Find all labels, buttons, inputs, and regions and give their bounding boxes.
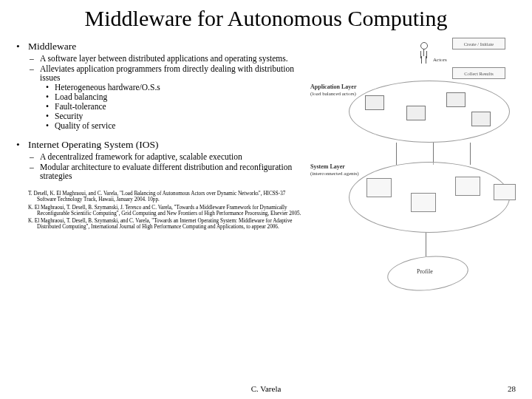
references-block: T. Desell, K. El Maghraoui, and C. Varel… (15, 191, 301, 231)
reference: K. El Maghraoui, T. Desell, B. Szymanski… (28, 205, 301, 217)
reference: T. Desell, K. El Maghraoui, and C. Varel… (28, 191, 301, 203)
bullet-item: A decentralized framework for adaptive, … (15, 152, 301, 161)
sub-bullet: Security (15, 112, 301, 120)
slide-title: Middleware for Autonomous Computing (15, 6, 517, 30)
sub-bullet: Load balancing (15, 92, 301, 101)
bullet-item: Modular architecture to evaluate differe… (15, 163, 301, 180)
computer-icon (471, 112, 491, 126)
section-heading: Internet Operating System (IOS) (28, 139, 159, 150)
sub-bullet: Fault-tolerance (15, 102, 301, 111)
reference: K. El Maghraoui, T. Desell, B. Szymanski… (28, 218, 301, 231)
agent-node (455, 177, 480, 196)
actors-label: Actors (433, 57, 447, 63)
computer-icon (406, 106, 426, 120)
application-layer-label: Application Layer (310, 83, 356, 90)
computer-icon (365, 95, 384, 110)
agent-node (494, 184, 516, 200)
sub-bullet: Heterogeneous hardware/O.S.s (15, 83, 301, 92)
link-line (396, 143, 397, 165)
bullet-item: A software layer between distributed app… (15, 54, 301, 63)
agent-node (411, 193, 436, 212)
section-ios: Internet Operating System (IOS) (15, 139, 301, 151)
section-middleware: Middleware (15, 41, 301, 52)
system-layer-sublabel: (interconnected agents) (310, 171, 359, 177)
link-line (470, 143, 471, 165)
bullet-item: Alleviates application programmers from … (15, 64, 301, 82)
profile-label: Profile (417, 268, 433, 275)
application-layer-sublabel: (load balanced actors) (310, 91, 356, 97)
content-left: Middleware A software layer between dist… (15, 38, 301, 311)
create-initiate-box: Create / Initiate (452, 38, 505, 50)
diagram-column: Create / Initiate Actors Collect Results… (307, 38, 517, 311)
collect-results-box: Collect Results (452, 67, 505, 79)
computer-icon (446, 92, 466, 107)
agent-node (366, 178, 392, 197)
link-line (426, 233, 426, 256)
sub-bullet: Quality of service (15, 121, 301, 130)
footer-page-number: 28 (508, 384, 516, 393)
section-heading: Middleware (28, 41, 76, 52)
architecture-diagram: Create / Initiate Actors Collect Results… (307, 38, 517, 311)
system-layer-label: System Layer (310, 163, 345, 170)
footer-author: C. Varela (0, 384, 532, 393)
user-actor-icon (418, 42, 429, 58)
